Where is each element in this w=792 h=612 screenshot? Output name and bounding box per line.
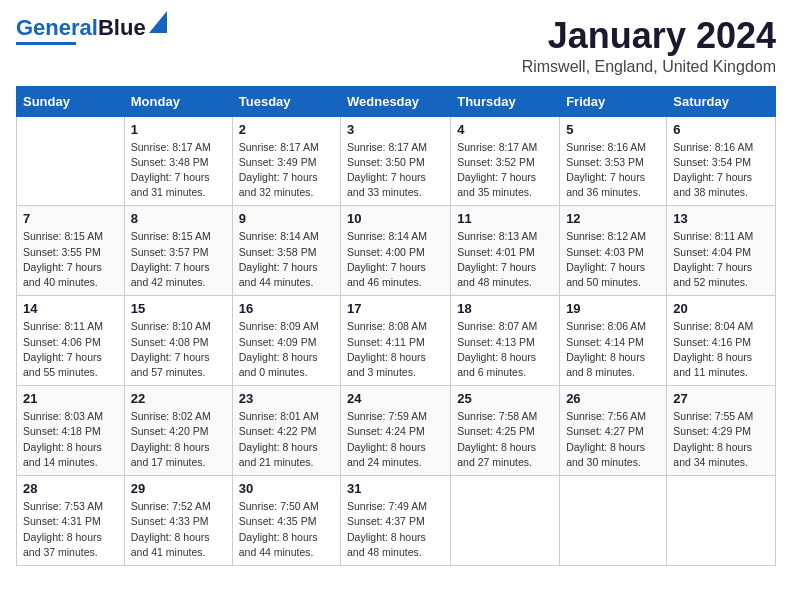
day-header-sunday: Sunday bbox=[17, 86, 125, 116]
day-info: Sunrise: 8:17 AM Sunset: 3:50 PM Dayligh… bbox=[347, 140, 444, 201]
day-header-thursday: Thursday bbox=[451, 86, 560, 116]
day-info: Sunrise: 7:49 AM Sunset: 4:37 PM Dayligh… bbox=[347, 499, 444, 560]
calendar-cell: 20Sunrise: 8:04 AM Sunset: 4:16 PM Dayli… bbox=[667, 296, 776, 386]
day-number: 16 bbox=[239, 301, 334, 316]
calendar-header-row: SundayMondayTuesdayWednesdayThursdayFrid… bbox=[17, 86, 776, 116]
calendar-cell: 11Sunrise: 8:13 AM Sunset: 4:01 PM Dayli… bbox=[451, 206, 560, 296]
day-info: Sunrise: 8:09 AM Sunset: 4:09 PM Dayligh… bbox=[239, 319, 334, 380]
calendar-cell: 5Sunrise: 8:16 AM Sunset: 3:53 PM Daylig… bbox=[560, 116, 667, 206]
day-number: 3 bbox=[347, 122, 444, 137]
calendar-cell: 27Sunrise: 7:55 AM Sunset: 4:29 PM Dayli… bbox=[667, 386, 776, 476]
day-number: 12 bbox=[566, 211, 660, 226]
day-info: Sunrise: 7:58 AM Sunset: 4:25 PM Dayligh… bbox=[457, 409, 553, 470]
day-number: 10 bbox=[347, 211, 444, 226]
day-number: 14 bbox=[23, 301, 118, 316]
calendar-cell: 6Sunrise: 8:16 AM Sunset: 3:54 PM Daylig… bbox=[667, 116, 776, 206]
day-info: Sunrise: 8:17 AM Sunset: 3:48 PM Dayligh… bbox=[131, 140, 226, 201]
day-header-tuesday: Tuesday bbox=[232, 86, 340, 116]
day-number: 22 bbox=[131, 391, 226, 406]
day-number: 15 bbox=[131, 301, 226, 316]
calendar-cell: 22Sunrise: 8:02 AM Sunset: 4:20 PM Dayli… bbox=[124, 386, 232, 476]
logo-text: GeneralBlue bbox=[16, 16, 146, 40]
day-number: 6 bbox=[673, 122, 769, 137]
day-info: Sunrise: 8:14 AM Sunset: 3:58 PM Dayligh… bbox=[239, 229, 334, 290]
day-number: 20 bbox=[673, 301, 769, 316]
calendar-cell: 17Sunrise: 8:08 AM Sunset: 4:11 PM Dayli… bbox=[341, 296, 451, 386]
location: Rimswell, England, United Kingdom bbox=[522, 58, 776, 76]
day-number: 28 bbox=[23, 481, 118, 496]
calendar-cell: 3Sunrise: 8:17 AM Sunset: 3:50 PM Daylig… bbox=[341, 116, 451, 206]
calendar-week-row: 14Sunrise: 8:11 AM Sunset: 4:06 PM Dayli… bbox=[17, 296, 776, 386]
calendar-cell: 2Sunrise: 8:17 AM Sunset: 3:49 PM Daylig… bbox=[232, 116, 340, 206]
calendar-cell: 24Sunrise: 7:59 AM Sunset: 4:24 PM Dayli… bbox=[341, 386, 451, 476]
day-info: Sunrise: 8:10 AM Sunset: 4:08 PM Dayligh… bbox=[131, 319, 226, 380]
day-info: Sunrise: 8:07 AM Sunset: 4:13 PM Dayligh… bbox=[457, 319, 553, 380]
logo-underline bbox=[16, 42, 76, 45]
calendar-cell: 15Sunrise: 8:10 AM Sunset: 4:08 PM Dayli… bbox=[124, 296, 232, 386]
calendar-cell: 23Sunrise: 8:01 AM Sunset: 4:22 PM Dayli… bbox=[232, 386, 340, 476]
day-number: 18 bbox=[457, 301, 553, 316]
day-info: Sunrise: 7:56 AM Sunset: 4:27 PM Dayligh… bbox=[566, 409, 660, 470]
calendar-cell: 12Sunrise: 8:12 AM Sunset: 4:03 PM Dayli… bbox=[560, 206, 667, 296]
calendar-week-row: 1Sunrise: 8:17 AM Sunset: 3:48 PM Daylig… bbox=[17, 116, 776, 206]
day-info: Sunrise: 8:06 AM Sunset: 4:14 PM Dayligh… bbox=[566, 319, 660, 380]
calendar-cell: 29Sunrise: 7:52 AM Sunset: 4:33 PM Dayli… bbox=[124, 476, 232, 566]
day-info: Sunrise: 7:50 AM Sunset: 4:35 PM Dayligh… bbox=[239, 499, 334, 560]
calendar-cell bbox=[560, 476, 667, 566]
title-block: January 2024 Rimswell, England, United K… bbox=[522, 16, 776, 76]
day-number: 8 bbox=[131, 211, 226, 226]
calendar-cell: 25Sunrise: 7:58 AM Sunset: 4:25 PM Dayli… bbox=[451, 386, 560, 476]
day-number: 25 bbox=[457, 391, 553, 406]
calendar-cell: 21Sunrise: 8:03 AM Sunset: 4:18 PM Dayli… bbox=[17, 386, 125, 476]
page-header: GeneralBlue January 2024 Rimswell, Engla… bbox=[16, 16, 776, 76]
day-number: 17 bbox=[347, 301, 444, 316]
day-number: 13 bbox=[673, 211, 769, 226]
month-title: January 2024 bbox=[522, 16, 776, 56]
day-info: Sunrise: 8:03 AM Sunset: 4:18 PM Dayligh… bbox=[23, 409, 118, 470]
day-number: 21 bbox=[23, 391, 118, 406]
day-info: Sunrise: 8:01 AM Sunset: 4:22 PM Dayligh… bbox=[239, 409, 334, 470]
day-number: 1 bbox=[131, 122, 226, 137]
day-header-monday: Monday bbox=[124, 86, 232, 116]
day-info: Sunrise: 7:55 AM Sunset: 4:29 PM Dayligh… bbox=[673, 409, 769, 470]
svg-marker-0 bbox=[149, 11, 167, 33]
day-number: 27 bbox=[673, 391, 769, 406]
day-number: 7 bbox=[23, 211, 118, 226]
day-number: 5 bbox=[566, 122, 660, 137]
calendar-cell: 19Sunrise: 8:06 AM Sunset: 4:14 PM Dayli… bbox=[560, 296, 667, 386]
day-info: Sunrise: 8:14 AM Sunset: 4:00 PM Dayligh… bbox=[347, 229, 444, 290]
day-info: Sunrise: 8:11 AM Sunset: 4:06 PM Dayligh… bbox=[23, 319, 118, 380]
day-header-friday: Friday bbox=[560, 86, 667, 116]
calendar-cell bbox=[451, 476, 560, 566]
day-header-saturday: Saturday bbox=[667, 86, 776, 116]
day-number: 31 bbox=[347, 481, 444, 496]
calendar-week-row: 28Sunrise: 7:53 AM Sunset: 4:31 PM Dayli… bbox=[17, 476, 776, 566]
day-info: Sunrise: 8:02 AM Sunset: 4:20 PM Dayligh… bbox=[131, 409, 226, 470]
calendar-cell: 14Sunrise: 8:11 AM Sunset: 4:06 PM Dayli… bbox=[17, 296, 125, 386]
calendar-cell bbox=[17, 116, 125, 206]
calendar-cell: 31Sunrise: 7:49 AM Sunset: 4:37 PM Dayli… bbox=[341, 476, 451, 566]
day-number: 2 bbox=[239, 122, 334, 137]
day-info: Sunrise: 8:17 AM Sunset: 3:49 PM Dayligh… bbox=[239, 140, 334, 201]
day-header-wednesday: Wednesday bbox=[341, 86, 451, 116]
calendar-cell: 28Sunrise: 7:53 AM Sunset: 4:31 PM Dayli… bbox=[17, 476, 125, 566]
calendar-cell: 7Sunrise: 8:15 AM Sunset: 3:55 PM Daylig… bbox=[17, 206, 125, 296]
day-number: 29 bbox=[131, 481, 226, 496]
calendar-cell: 18Sunrise: 8:07 AM Sunset: 4:13 PM Dayli… bbox=[451, 296, 560, 386]
day-info: Sunrise: 8:04 AM Sunset: 4:16 PM Dayligh… bbox=[673, 319, 769, 380]
calendar-cell: 16Sunrise: 8:09 AM Sunset: 4:09 PM Dayli… bbox=[232, 296, 340, 386]
day-info: Sunrise: 8:12 AM Sunset: 4:03 PM Dayligh… bbox=[566, 229, 660, 290]
calendar-cell: 4Sunrise: 8:17 AM Sunset: 3:52 PM Daylig… bbox=[451, 116, 560, 206]
day-number: 11 bbox=[457, 211, 553, 226]
calendar-cell: 30Sunrise: 7:50 AM Sunset: 4:35 PM Dayli… bbox=[232, 476, 340, 566]
day-info: Sunrise: 8:15 AM Sunset: 3:55 PM Dayligh… bbox=[23, 229, 118, 290]
day-info: Sunrise: 7:53 AM Sunset: 4:31 PM Dayligh… bbox=[23, 499, 118, 560]
calendar-week-row: 7Sunrise: 8:15 AM Sunset: 3:55 PM Daylig… bbox=[17, 206, 776, 296]
logo: GeneralBlue bbox=[16, 16, 167, 45]
calendar-cell: 26Sunrise: 7:56 AM Sunset: 4:27 PM Dayli… bbox=[560, 386, 667, 476]
day-number: 30 bbox=[239, 481, 334, 496]
day-info: Sunrise: 8:08 AM Sunset: 4:11 PM Dayligh… bbox=[347, 319, 444, 380]
calendar-week-row: 21Sunrise: 8:03 AM Sunset: 4:18 PM Dayli… bbox=[17, 386, 776, 476]
day-number: 23 bbox=[239, 391, 334, 406]
day-info: Sunrise: 7:52 AM Sunset: 4:33 PM Dayligh… bbox=[131, 499, 226, 560]
